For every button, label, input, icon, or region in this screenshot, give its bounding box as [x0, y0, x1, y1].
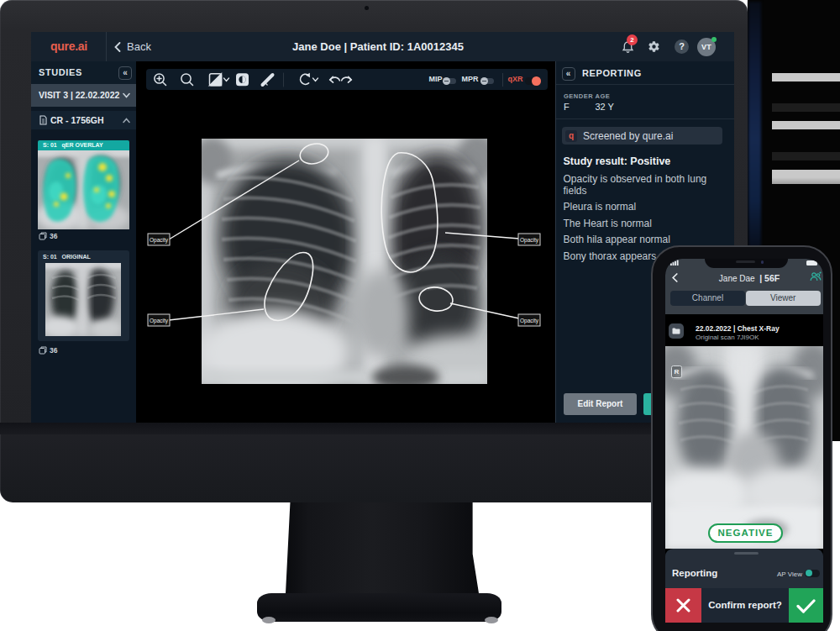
svg-text:Opacity: Opacity	[520, 237, 539, 244]
svg-text:Opacity: Opacity	[150, 237, 169, 244]
svg-text:Opacity: Opacity	[520, 318, 539, 324]
svg-text:Opacity: Opacity	[150, 318, 169, 324]
